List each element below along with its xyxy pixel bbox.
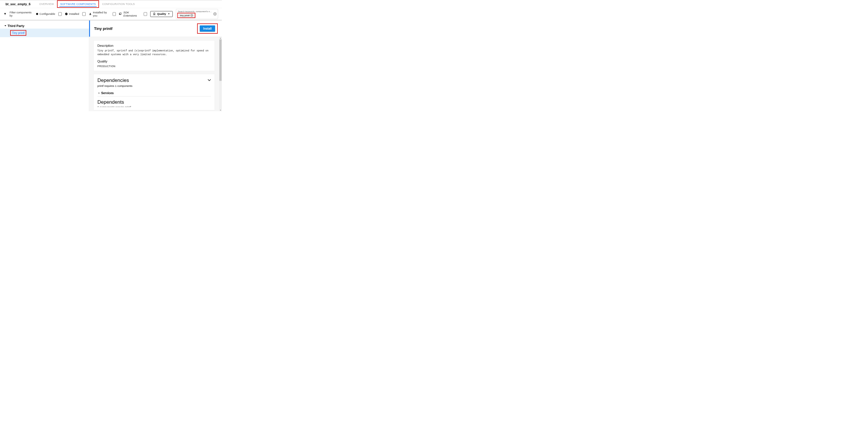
dependents-subtext: 0 components require printf [97, 106, 211, 107]
description-heading: Description [97, 43, 211, 47]
tab-configuration-tools[interactable]: CONFIGURATION TOOLS [99, 0, 138, 8]
top-tab-bar: bt_soc_empty_6 OVERVIEW SOFTWARE COMPONE… [0, 0, 222, 8]
filter-bar: Filter components by Configurable Instal… [0, 8, 222, 21]
filter-label: Filter components by [9, 11, 32, 17]
detail-title: Tiny printf [94, 26, 112, 31]
description-text: Tiny printf, sprintf and (v)snprintf imp… [97, 49, 211, 56]
caret-right-icon [98, 92, 100, 94]
filter-installed-label: Installed [69, 12, 79, 16]
checkbox-configurable[interactable] [58, 12, 62, 16]
gear-icon [35, 12, 38, 16]
caret-down-icon [168, 13, 170, 15]
dependents-heading: Dependents [97, 99, 211, 105]
dependencies-card: Dependencies printf requires 1 component… [93, 74, 215, 110]
tree-item-label: Tiny printf [10, 30, 26, 36]
detail-body: Description Tiny printf, sprintf and (v)… [89, 37, 219, 112]
checkbox-installed[interactable] [83, 12, 86, 16]
scrollbar-thumb[interactable] [219, 39, 222, 81]
quality-label: Quality [157, 12, 166, 16]
ribbon-icon [153, 12, 155, 16]
checkbox-installed-by-you[interactable] [113, 12, 116, 16]
quality-heading: Quality [97, 60, 211, 63]
dependencies-group-label: Services [101, 91, 114, 95]
chevron-down-icon[interactable] [208, 79, 211, 81]
project-name: bt_soc_empty_6 [0, 2, 36, 6]
main-content: Third Party Tiny printf Tiny printf Inst… [0, 21, 222, 112]
component-detail: Tiny printf Install Description Tiny pri… [89, 21, 222, 112]
tree-category-third-party[interactable]: Third Party [0, 23, 89, 29]
dependencies-group-services[interactable]: Services [97, 90, 211, 96]
filter-sdk-extensions-label: SDK Extensions [123, 11, 141, 17]
search-placeholder: Search keywords, component's na... [178, 10, 213, 12]
scroll-up-icon[interactable]: ▲ [219, 37, 222, 39]
description-card: Description Tiny printf, sprintf and (v)… [93, 40, 215, 71]
tab-overview[interactable]: OVERVIEW [36, 0, 57, 8]
search-chip-text: tiny printf [180, 14, 190, 17]
install-button[interactable]: Install [200, 26, 215, 32]
checkbox-sdk-extensions[interactable] [144, 12, 147, 16]
dependencies-subtext: printf requires 1 components [97, 84, 211, 87]
quality-dropdown[interactable]: Quality [150, 11, 173, 17]
person-icon [89, 12, 92, 16]
svg-point-4 [154, 13, 155, 14]
filter-installed-by-you-label: Installed by you [93, 11, 110, 17]
dependencies-heading: Dependencies [97, 77, 129, 83]
search-chip[interactable]: tiny printf ✕ [179, 13, 194, 17]
svg-point-1 [90, 13, 91, 14]
quality-value: PRODUCTION [97, 65, 211, 68]
clear-search-icon[interactable]: ✕ [213, 12, 217, 16]
vertical-scrollbar[interactable]: ▲ ▼ [219, 37, 222, 112]
caret-down-icon [4, 25, 6, 27]
close-icon[interactable]: ✕ [190, 14, 193, 17]
filter-configurable-label: Configurable [39, 12, 55, 16]
search-box[interactable]: Search keywords, component's na... tiny … [176, 9, 218, 19]
scroll-down-icon[interactable]: ▼ [219, 109, 222, 111]
detail-header: Tiny printf Install [89, 21, 222, 37]
tree-category-label: Third Party [7, 24, 24, 28]
check-circle-icon [65, 12, 68, 16]
tab-software-components[interactable]: SOFTWARE COMPONENTS [57, 0, 99, 8]
filter-icon [4, 13, 6, 16]
tree-item-tiny-printf[interactable]: Tiny printf [0, 29, 89, 37]
extensions-icon [119, 12, 122, 16]
component-tree: Third Party Tiny printf [0, 21, 89, 112]
